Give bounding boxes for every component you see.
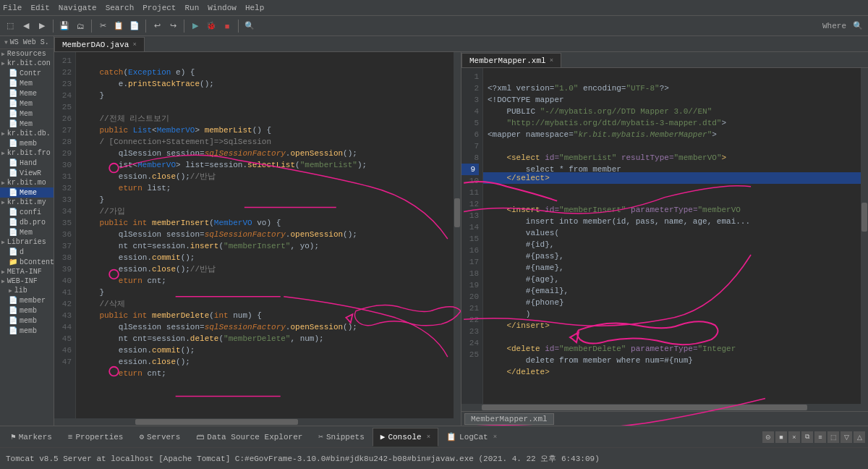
xml-scrollbar-h[interactable] <box>461 404 868 411</box>
tab-member-mapper[interactable]: MemberMapper.xml × <box>461 53 561 67</box>
sidebar-item-metainf[interactable]: ▶META-INF <box>0 267 54 276</box>
btab-console-close[interactable]: × <box>427 434 430 441</box>
toolbar-btn-debug[interactable]: 🐞 <box>204 19 218 33</box>
menu-run[interactable]: Run <box>184 4 199 12</box>
sidebar-item-mem5[interactable]: 📄Mem <box>0 227 54 237</box>
toolbar-btn-search[interactable]: 🔍 <box>242 19 257 33</box>
sidebar-item-webinf[interactable]: ▶WEB-INF <box>0 276 54 286</box>
sidebar-item-viewr[interactable]: 📄ViewR <box>0 168 54 178</box>
btab-datasource-label: Data Source Explorer <box>207 433 302 441</box>
sidebar-item-mem3[interactable]: 📄Mem <box>0 109 54 119</box>
menu-project[interactable]: Project <box>142 4 176 12</box>
menu-help[interactable]: Help <box>245 4 264 12</box>
tab-membermapper-close[interactable]: × <box>550 57 553 64</box>
action-btn-7[interactable]: ▽ <box>841 431 852 443</box>
menu-search[interactable]: Search <box>106 4 135 12</box>
sidebar-item-krbitcon[interactable]: ▶kr.bit.con <box>0 59 54 68</box>
toolbar-btn-7[interactable]: 📋 <box>111 19 126 33</box>
sidebar-item-krbitdb[interactable]: ▶kr.bit.db. <box>0 129 54 138</box>
toolbar-btn-2[interactable]: ◀ <box>19 19 33 33</box>
btab-logcat[interactable]: 📋 LogCat × <box>438 428 505 447</box>
xml-bottom-filename-tab[interactable]: MemberMapper.xml <box>464 413 554 425</box>
sidebar-item-meme[interactable]: 📄Meme <box>0 88 54 98</box>
btab-markers-icon: ⚑ <box>11 432 16 441</box>
sidebar-title: ▼ WS Web S... <box>3 38 51 47</box>
sidebar-item-d[interactable]: 📄d <box>0 247 54 257</box>
sidebar-item-contr[interactable]: 📄Contr <box>0 68 54 78</box>
btab-logcat-close[interactable]: × <box>493 434 497 441</box>
xml-tab-bar-top: MemberMapper.xml × <box>461 52 868 68</box>
btab-servers[interactable]: ⚙ Servers <box>131 428 188 447</box>
btab-properties[interactable]: ≡ Properties <box>60 428 132 447</box>
action-btn-1[interactable]: ⊝ <box>762 431 774 443</box>
btab-snippets-label: Snippets <box>326 433 365 441</box>
xml-line-numbers: 12345 678910 1112131415 1617181920 21222… <box>461 68 483 404</box>
sidebar-item-confi[interactable]: 📄confi <box>0 207 54 217</box>
toolbar-btn-6[interactable]: ✂ <box>95 19 110 33</box>
sidebar-item-dbpro[interactable]: 📄db.pro <box>0 217 54 227</box>
sidebar-item-resources[interactable]: ▶Resources <box>0 49 54 59</box>
toolbar-btn-undo[interactable]: ↩ <box>150 19 164 33</box>
menu-navigate[interactable]: Navigate <box>59 4 97 12</box>
toolbar-sep-3 <box>145 20 146 33</box>
btab-markers[interactable]: ⚑ Markers <box>3 428 60 447</box>
toolbar-btn-5[interactable]: 🗂 <box>73 19 88 33</box>
menu-file[interactable]: File <box>3 4 22 12</box>
sidebar-item-mem4[interactable]: 📄Mem <box>0 119 54 129</box>
java-scrollbar-thumb <box>454 198 460 227</box>
main-container: ▼ WS Web S... ▶Resources ▶kr.bit.con 📄Co… <box>0 36 868 426</box>
btab-console-label: Console <box>388 433 421 441</box>
btab-properties-icon: ≡ <box>68 433 73 441</box>
action-btn-8[interactable]: △ <box>854 431 865 443</box>
xml-scrollbar-v[interactable] <box>861 68 868 404</box>
btab-datasource[interactable]: 🗃 Data Source Explorer <box>188 428 310 447</box>
tab-member-dao[interactable]: MemberDAO.java × <box>54 37 145 51</box>
toolbar-btn-run[interactable]: ▶ <box>188 19 203 33</box>
sidebar-item-libraries[interactable]: ▶Libraries <box>0 237 54 247</box>
toolbar-btn-redo[interactable]: ↪ <box>166 19 180 33</box>
sidebar-item-memb4[interactable]: 📄memb <box>0 326 54 336</box>
sidebar-item-memb3[interactable]: 📄memb <box>0 316 54 326</box>
editor-tab-bar: MemberDAO.java × <box>54 36 868 52</box>
java-scrollbar-h[interactable] <box>54 418 461 426</box>
xml-bottom-tab-bar: MemberMapper.xml <box>461 411 868 426</box>
tab-memberdao-close[interactable]: × <box>132 41 136 48</box>
sidebar-item-lib[interactable]: ▶lib <box>0 286 54 295</box>
sidebar-item-krbitmy[interactable]: ▶kr.bit.my <box>0 198 54 207</box>
toolbar-search-icon[interactable]: 🔍 <box>851 19 865 33</box>
action-btn-5[interactable]: ≡ <box>814 431 826 443</box>
toolbar-btn-1[interactable]: ⬚ <box>3 19 17 33</box>
sidebar-item-krbitmo[interactable]: ▶kr.bit.mo <box>0 178 54 187</box>
action-btn-2[interactable]: ■ <box>775 431 787 443</box>
sidebar-header: ▼ WS Web S... <box>0 36 54 49</box>
sidebar-item-mem2[interactable]: 📄Mem <box>0 98 54 109</box>
action-btn-6[interactable]: ⬚ <box>827 431 839 443</box>
xml-scrollbar-h-thumb <box>482 405 807 410</box>
btab-console[interactable]: ▶ Console × <box>373 428 438 447</box>
sidebar-item-memb2[interactable]: 📄memb <box>0 305 54 316</box>
btab-console-icon: ▶ <box>380 432 386 441</box>
toolbar-btn-8[interactable]: 📄 <box>127 19 142 33</box>
sidebar-item-mem1[interactable]: 📄Mem <box>0 78 54 88</box>
sidebar-item-member1[interactable]: 📄member <box>0 295 54 305</box>
sidebar-item-hand[interactable]: 📄Hand <box>0 158 54 168</box>
toolbar-btn-stop[interactable]: ■ <box>220 19 234 33</box>
action-btn-4[interactable]: ⧉ <box>801 431 813 443</box>
toolbar-btn-3[interactable]: ▶ <box>35 19 49 33</box>
menu-window[interactable]: Window <box>208 4 237 12</box>
menu-edit[interactable]: Edit <box>30 4 49 12</box>
sidebar-item-meme2[interactable]: 📄Meme <box>0 187 54 198</box>
java-scrollbar-v[interactable] <box>454 52 461 418</box>
sidebar-item-bcontent[interactable]: 📁bContent <box>0 257 54 267</box>
where-label: Where <box>822 22 846 30</box>
xml-code-area[interactable]: 12345 678910 1112131415 1617181920 21222… <box>461 68 868 404</box>
btab-snippets[interactable]: ✂ Snippets <box>310 428 372 447</box>
btab-servers-icon: ⚙ <box>139 432 144 441</box>
sidebar-item-memb1[interactable]: 📄memb <box>0 138 54 148</box>
sidebar: ▼ WS Web S... ▶Resources ▶kr.bit.con 📄Co… <box>0 36 54 426</box>
action-btn-3[interactable]: × <box>788 431 800 443</box>
toolbar-btn-4[interactable]: 💾 <box>57 19 72 33</box>
java-code-area[interactable]: 2122232425 2627282930 3132333435 3637383… <box>54 52 461 418</box>
tab-membermapper-label: MemberMapper.xml <box>469 56 546 65</box>
sidebar-item-krbitfro[interactable]: ▶kr.bit.fro <box>0 148 54 158</box>
